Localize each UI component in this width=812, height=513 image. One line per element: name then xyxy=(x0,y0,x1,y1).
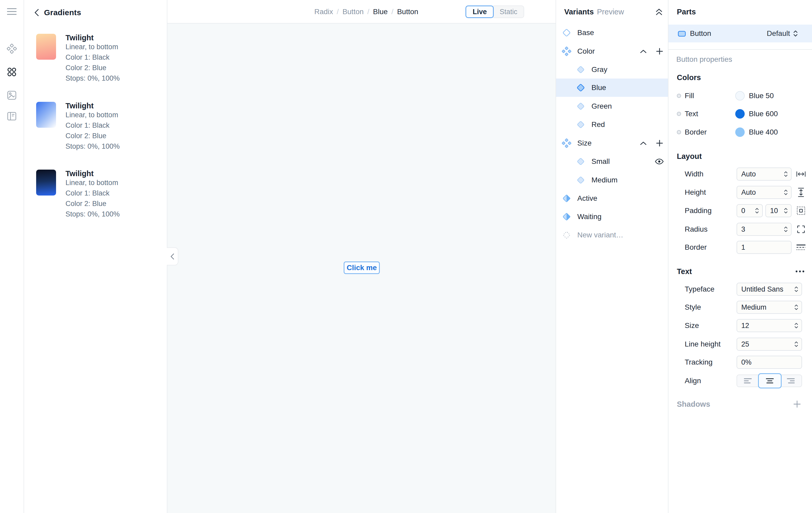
variant-row-waiting[interactable]: Waiting xyxy=(556,208,668,226)
variant-group-color[interactable]: Color xyxy=(556,42,668,60)
breadcrumb-item[interactable]: Radix xyxy=(314,8,333,16)
layout-heading: Layout xyxy=(677,147,808,165)
padding-input-vertical[interactable]: 0 xyxy=(736,204,763,217)
text-row-style: Style Medium xyxy=(668,298,812,316)
height-resize-icon xyxy=(796,183,806,202)
back-chevron-icon[interactable] xyxy=(31,7,42,18)
gradient-direction: Linear, to bottom xyxy=(65,110,120,120)
gradient-stops: Stops: 0%, 100% xyxy=(65,73,120,84)
select-chevrons-icon xyxy=(793,30,798,37)
stepper-icon[interactable] xyxy=(784,171,788,177)
images-icon[interactable] xyxy=(4,88,19,102)
border-style-icon xyxy=(796,238,806,256)
color-swatch[interactable] xyxy=(735,91,745,100)
variant-row-green[interactable]: Green xyxy=(556,97,668,115)
apps-icon[interactable] xyxy=(4,65,19,79)
stepper-icon[interactable] xyxy=(784,226,788,233)
stepper-icon[interactable] xyxy=(794,323,799,329)
collapse-all-icon[interactable] xyxy=(653,6,665,18)
align-left-icon[interactable] xyxy=(737,375,759,387)
tab-preview[interactable]: Preview xyxy=(597,0,624,24)
typeface-input[interactable]: Untitled Sans xyxy=(736,283,802,296)
text-row-lineheight: Line height 25 xyxy=(668,335,812,353)
gradient-name: Twilight xyxy=(65,102,120,110)
color-value[interactable]: Blue 50 xyxy=(749,87,774,105)
variant-group-size[interactable]: Size xyxy=(556,134,668,152)
diamond-pale-icon xyxy=(576,120,585,129)
stepper-icon[interactable] xyxy=(794,341,799,347)
diamond-blue-icon xyxy=(576,83,585,92)
stepper-icon[interactable] xyxy=(794,286,799,292)
breadcrumb-item[interactable]: Blue xyxy=(373,8,388,16)
breadcrumb-item[interactable]: Button xyxy=(397,8,418,16)
more-options-icon[interactable] xyxy=(794,266,806,277)
variant-row-gray[interactable]: Gray xyxy=(556,60,668,79)
part-row-button[interactable]: Button Default xyxy=(668,25,812,42)
gradient-list-item[interactable]: Twilight Linear, to bottom Color 1: Blac… xyxy=(24,170,167,233)
text-row-tracking: Tracking 0% xyxy=(668,353,812,371)
collapse-section-icon[interactable] xyxy=(638,138,649,149)
padding-input-horizontal[interactable]: 10 xyxy=(765,204,791,217)
canvas-topbar: Radix / Button / Blue / Button Live Stat… xyxy=(167,0,556,24)
stepper-icon[interactable] xyxy=(755,208,759,214)
journal-icon[interactable] xyxy=(4,109,19,124)
text-row-typeface: Typeface Untitled Sans xyxy=(668,280,812,298)
font-size-input[interactable]: 12 xyxy=(736,319,802,332)
colors-heading: Colors xyxy=(677,68,808,87)
diamond-pale-icon xyxy=(576,101,585,111)
panel-collapse-handle[interactable] xyxy=(167,247,178,265)
drag-dot-icon xyxy=(677,130,681,134)
width-input[interactable]: Auto xyxy=(736,168,791,181)
divider xyxy=(668,49,812,50)
parts-panel: Parts Button Default Button properties C… xyxy=(668,0,812,513)
gradient-direction: Linear, to bottom xyxy=(65,41,120,52)
layout-row-radius: Radius 3 xyxy=(668,220,812,238)
stepper-icon[interactable] xyxy=(794,304,799,310)
variant-row-blue[interactable]: Blue xyxy=(556,79,668,97)
part-state-select[interactable]: Default xyxy=(767,25,798,42)
align-right-icon[interactable] xyxy=(780,375,802,387)
color-value[interactable]: Blue 600 xyxy=(749,105,778,123)
tracking-input[interactable]: 0% xyxy=(736,356,802,369)
components-icon[interactable] xyxy=(4,41,19,56)
variant-row-new[interactable]: New variant… xyxy=(556,226,668,244)
add-variant-icon[interactable] xyxy=(654,46,665,57)
gradients-panel: Gradients Twilight Linear, to bottom Col… xyxy=(24,0,167,513)
variant-row-red[interactable]: Red xyxy=(556,115,668,134)
variants-panel: Variants Preview Base Color xyxy=(556,0,668,513)
diamond-cluster-icon xyxy=(562,139,571,148)
stepper-icon[interactable] xyxy=(784,189,788,195)
preview-canvas: Click me xyxy=(167,24,556,513)
tab-variants[interactable]: Variants xyxy=(564,0,594,24)
color-value[interactable]: Blue 400 xyxy=(749,123,778,141)
breadcrumb-item[interactable]: Button xyxy=(342,8,364,16)
variant-row-base[interactable]: Base xyxy=(556,24,668,42)
collapse-section-icon[interactable] xyxy=(638,46,649,57)
add-shadow-icon[interactable] xyxy=(791,398,803,410)
live-toggle-button[interactable]: Live xyxy=(465,5,494,18)
radius-input[interactable]: 3 xyxy=(736,223,791,236)
align-center-icon-selected[interactable] xyxy=(758,373,782,388)
breadcrumb-separator: / xyxy=(337,8,339,16)
menu-icon[interactable] xyxy=(4,4,19,19)
border-input[interactable]: 1 xyxy=(736,241,791,254)
variant-row-small[interactable]: Small xyxy=(556,152,668,171)
style-input[interactable]: Medium xyxy=(736,301,802,314)
variant-row-active[interactable]: Active xyxy=(556,189,668,208)
component-preview-button[interactable]: Click me xyxy=(344,262,380,274)
static-toggle-button[interactable]: Static xyxy=(492,5,524,18)
color-swatch[interactable] xyxy=(735,109,745,119)
variant-row-medium[interactable]: Medium xyxy=(556,171,668,189)
gradient-color1: Color 1: Black xyxy=(65,52,120,63)
height-input[interactable]: Auto xyxy=(736,186,791,199)
gradient-list-item[interactable]: Twilight Linear, to bottom Color 1: Blac… xyxy=(24,102,167,164)
line-height-input[interactable]: 25 xyxy=(736,338,802,351)
diamond-dashed-icon xyxy=(562,230,571,240)
variants-header: Variants Preview xyxy=(556,0,668,24)
add-variant-icon[interactable] xyxy=(654,138,665,149)
stepper-icon[interactable] xyxy=(784,208,788,214)
visibility-eye-icon[interactable] xyxy=(654,156,665,167)
panel-title: Gradients xyxy=(44,8,81,17)
gradient-list-item[interactable]: Twilight Linear, to bottom Color 1: Blac… xyxy=(24,34,167,97)
color-swatch[interactable] xyxy=(735,127,745,137)
